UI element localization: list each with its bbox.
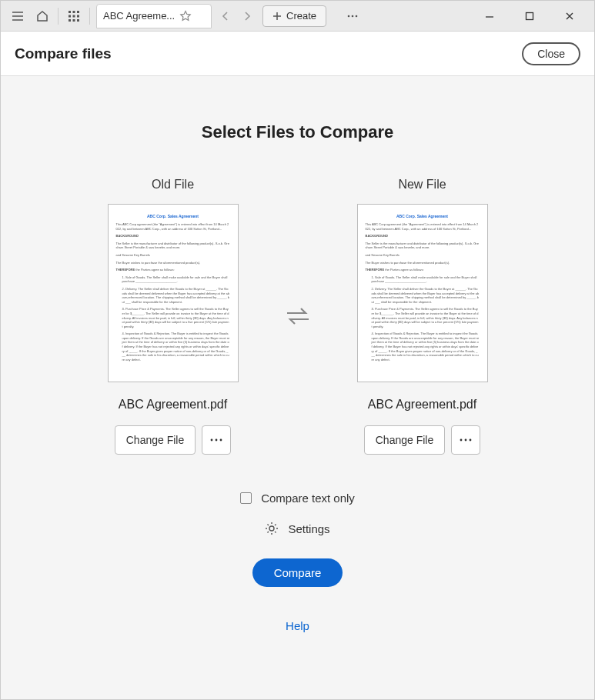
svg-point-16 <box>460 439 463 442</box>
new-file-name: ABC Agreement.pdf <box>338 398 507 412</box>
old-file-label: Old File <box>89 178 258 192</box>
svg-rect-4 <box>73 15 75 17</box>
svg-rect-1 <box>73 11 75 13</box>
old-file-thumbnail[interactable]: ABC Corp. Sales Agreement This ABC Corp … <box>108 204 239 382</box>
svg-point-18 <box>470 439 472 442</box>
create-label: Create <box>286 10 316 22</box>
star-icon[interactable] <box>179 10 192 22</box>
gear-icon <box>265 522 279 535</box>
new-file-column: New File ABC Corp. Sales Agreement This … <box>338 178 507 455</box>
old-change-file-button[interactable]: Change File <box>115 425 196 455</box>
minimize-button[interactable] <box>476 4 503 28</box>
new-file-thumbnail[interactable]: ABC Corp. Sales Agreement This ABC Corp … <box>357 204 488 382</box>
compare-text-only-label: Compare text only <box>261 492 355 505</box>
settings-option[interactable]: Settings <box>265 522 329 535</box>
main-content: Select Files to Compare Old File ABC Cor… <box>1 76 594 655</box>
new-file-more-button[interactable] <box>451 425 480 455</box>
svg-point-17 <box>465 439 467 442</box>
svg-rect-12 <box>526 12 533 19</box>
maximize-button[interactable] <box>516 4 543 28</box>
thumb-title: ABC Corp. Sales Agreement <box>366 214 480 219</box>
svg-rect-0 <box>69 11 71 13</box>
close-button[interactable]: Close <box>522 42 580 65</box>
old-file-name: ABC Agreement.pdf <box>89 398 258 412</box>
plus-icon <box>272 12 282 21</box>
separator <box>89 8 90 25</box>
compare-text-only-option[interactable]: Compare text only <box>240 492 355 505</box>
svg-point-14 <box>216 439 218 442</box>
new-change-file-button[interactable]: Change File <box>364 425 446 455</box>
svg-rect-6 <box>69 19 71 22</box>
svg-point-9 <box>348 15 350 17</box>
help-link[interactable]: Help <box>32 619 563 632</box>
apps-icon[interactable] <box>62 4 86 28</box>
checkbox-icon[interactable] <box>240 492 252 504</box>
overflow-menu-icon[interactable] <box>340 4 365 28</box>
swap-files-icon[interactable] <box>282 305 313 328</box>
document-tab[interactable]: ABC Agreeme... <box>96 4 212 28</box>
close-window-button[interactable] <box>556 4 583 28</box>
menu-icon[interactable] <box>5 4 30 28</box>
svg-point-10 <box>352 15 354 17</box>
svg-point-15 <box>220 439 222 442</box>
files-row: Old File ABC Corp. Sales Agreement This … <box>32 178 563 455</box>
create-button[interactable]: Create <box>262 5 326 27</box>
nav-forward-icon[interactable] <box>236 5 258 27</box>
svg-rect-2 <box>77 11 79 13</box>
svg-rect-5 <box>77 15 79 17</box>
main-title: Select Files to Compare <box>32 122 563 142</box>
nav-back-icon[interactable] <box>215 5 236 27</box>
svg-rect-8 <box>77 19 79 22</box>
old-file-column: Old File ABC Corp. Sales Agreement This … <box>89 178 258 455</box>
header-bar: Compare files Close <box>1 32 594 76</box>
home-icon[interactable] <box>30 4 55 28</box>
separator <box>58 8 58 25</box>
compare-button[interactable]: Compare <box>252 558 343 587</box>
svg-point-11 <box>356 15 358 17</box>
titlebar: ABC Agreeme... Create <box>1 1 594 32</box>
old-file-more-button[interactable] <box>202 425 231 455</box>
settings-label: Settings <box>288 522 329 535</box>
window-controls <box>476 4 590 28</box>
thumb-title: ABC Corp. Sales Agreement <box>116 214 230 219</box>
page-title: Compare files <box>15 45 112 62</box>
options: Compare text only Settings <box>32 492 563 535</box>
tab-label: ABC Agreeme... <box>103 10 175 22</box>
svg-rect-7 <box>73 19 75 22</box>
svg-rect-3 <box>69 15 71 17</box>
new-file-label: New File <box>338 178 507 192</box>
svg-point-13 <box>211 439 213 442</box>
svg-point-19 <box>269 526 274 531</box>
